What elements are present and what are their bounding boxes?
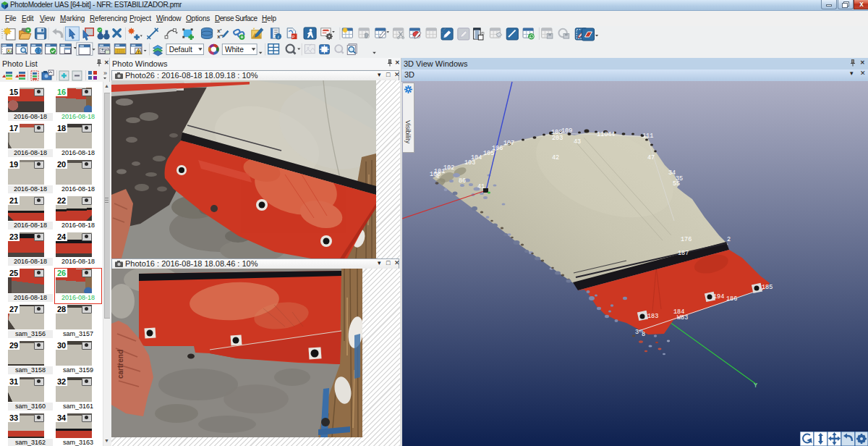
svg-text:102: 102	[443, 164, 454, 172]
svg-text:176: 176	[681, 236, 692, 243]
svg-text:2: 2	[727, 236, 731, 243]
svg-text:106: 106	[492, 145, 503, 152]
svg-text:i: i	[278, 34, 279, 39]
svg-text:!: !	[137, 50, 139, 54]
svg-text:8: 8	[642, 331, 645, 338]
svg-text:W83: W83	[677, 314, 688, 321]
svg-text:P: P	[292, 35, 295, 39]
svg-text:Y: Y	[754, 382, 757, 390]
svg-text:42: 42	[552, 154, 559, 161]
svg-text:194: 194	[713, 293, 724, 300]
svg-text:107: 107	[503, 140, 514, 147]
svg-text:187: 187	[678, 250, 689, 257]
svg-text:4: 4	[435, 173, 439, 180]
svg-text:White: White	[225, 46, 244, 54]
svg-text:47: 47	[647, 154, 655, 161]
svg-text:185: 185	[762, 284, 773, 291]
svg-text:cartrend: cartrend	[116, 350, 124, 379]
svg-text:44: 44	[608, 131, 615, 138]
svg-text:x″: x″	[217, 33, 223, 40]
svg-text:111: 111	[642, 132, 653, 140]
svg-text:104: 104	[471, 154, 482, 161]
svg-text:43: 43	[574, 138, 581, 146]
svg-text:41: 41	[477, 183, 485, 190]
svg-text:110: 110	[597, 131, 608, 138]
svg-text:186: 186	[726, 295, 737, 303]
svg-text:86: 86	[459, 177, 466, 185]
svg-text:109: 109	[561, 127, 572, 135]
svg-text:Default: Default	[169, 46, 192, 54]
svg-text:»: »	[103, 70, 107, 77]
svg-text:34: 34	[668, 169, 676, 177]
svg-text:55: 55	[673, 180, 680, 188]
svg-text:3: 3	[635, 329, 639, 336]
svg-text:203: 203	[552, 135, 563, 142]
svg-text:183: 183	[647, 313, 658, 320]
